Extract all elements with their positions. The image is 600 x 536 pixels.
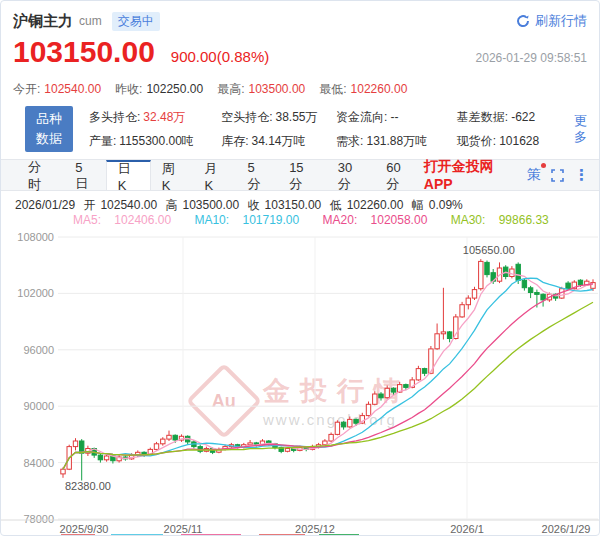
tab-5min[interactable]: 5分 (237, 160, 279, 190)
candle-body (154, 444, 158, 450)
kline-high: 103500.00 (182, 198, 239, 212)
ohlc-stats-row: 今开: 102540.00 昨收: 102250.00 最高: 103500.0… (1, 71, 599, 97)
refresh-quotes-button[interactable]: 刷新行情 (516, 12, 587, 30)
chart-area: Au 金投行情 www.cngold.org 10800010200096000… (1, 227, 599, 536)
open-app-link[interactable]: 打开金投网APP (424, 158, 517, 192)
candle-body (167, 435, 171, 439)
candlestick-chart[interactable]: 108000102000960009000084000780002025/9/3… (1, 227, 600, 536)
y-axis-tick-label: 102000 (17, 287, 54, 299)
candle-body (329, 434, 333, 441)
day-low-value: 102260.00 (351, 82, 408, 96)
candle-body (98, 455, 102, 460)
ma30-legend: MA30: 99866.33 (451, 213, 559, 227)
candle-body (391, 388, 395, 392)
kline-open-label: 开 (83, 198, 95, 212)
candle-body (435, 334, 439, 349)
tab-60min[interactable]: 60分 (375, 160, 424, 190)
x-axis-tick-label: 2025/11 (164, 523, 203, 535)
ma20-legend: MA20: 102058.00 (323, 213, 438, 227)
capital-flow-cell: 资金流向:-- (336, 109, 457, 126)
candle-body (80, 441, 84, 453)
candle-body (528, 288, 532, 293)
candle-body (341, 422, 345, 427)
candle-body (366, 404, 370, 415)
y-axis-tick-label: 84000 (23, 457, 54, 469)
candle-body (404, 385, 408, 388)
kline-close-label: 收 (248, 198, 260, 212)
x-axis-tick-label: 2025/12 (295, 523, 335, 535)
more-link[interactable]: 更多 (574, 113, 589, 145)
kline-range-label: 幅 (412, 198, 424, 212)
ma5-legend: MA5: 102406.00 (73, 213, 181, 227)
tab-daily-k[interactable]: 日K (106, 160, 151, 190)
y-axis-tick-label: 78000 (23, 513, 54, 525)
day-low-label: 最低: (319, 81, 346, 98)
candle-body (535, 293, 539, 295)
candle-body (466, 298, 470, 305)
y-axis-tick-label: 108000 (17, 231, 54, 243)
candle-body (173, 435, 177, 440)
chart-period-tabs: 分时 5日 日K 周K 月K 5分 15分 30分 60分 打开金投网APP 策… (1, 159, 599, 191)
refresh-icon (516, 14, 530, 28)
candle-body (422, 369, 426, 374)
candle-body (379, 394, 383, 398)
ma10-legend: MA10: 101719.00 (194, 213, 309, 227)
x-axis-tick-label: 2026/1 (450, 523, 484, 535)
instrument-title: 沪铜主力 (13, 12, 73, 31)
high-annotation: 105650.00 (463, 244, 515, 256)
candle-body (485, 262, 489, 274)
candle-body (479, 261, 483, 288)
tab-15min[interactable]: 15分 (278, 160, 327, 190)
long-position-cell: 多头持仓:32.48万 (89, 109, 221, 126)
candle-body (354, 419, 358, 423)
candle-body (472, 290, 476, 299)
tab-minute[interactable]: 分时 (17, 160, 64, 190)
kline-low-label: 低 (330, 198, 342, 212)
y-axis-tick-label: 90000 (23, 400, 54, 412)
prev-close-label: 昨收: (115, 81, 142, 98)
variety-data-panel: 品种数据 多头持仓:32.48万 空头持仓:38.55万 资金流向:-- 基差数… (1, 105, 599, 153)
candle-body (142, 452, 146, 454)
trading-status-badge: 交易中 (112, 12, 160, 31)
inventory-cell: 库存:34.14万吨 (221, 133, 336, 150)
kline-low: 102260.00 (347, 198, 404, 212)
candle-body (323, 441, 327, 445)
spot-price-cell: 现货价:101628 (457, 133, 566, 150)
candle-body (248, 443, 252, 445)
candle-body (373, 394, 377, 404)
candle-body (161, 439, 165, 444)
day-high-label: 最高: (217, 81, 244, 98)
tab-weekly-k[interactable]: 周K (151, 160, 194, 190)
tab-monthly-k[interactable]: 月K (194, 160, 237, 190)
candle-body (460, 305, 464, 317)
today-open-label: 今开: (13, 81, 40, 98)
price-change: 900.00(0.88%) (171, 48, 269, 65)
candle-body (541, 294, 545, 300)
candle-body (73, 441, 77, 447)
more-options-icon[interactable]: ⋮ (574, 166, 589, 184)
short-position-cell: 空头持仓:38.55万 (221, 109, 336, 126)
ma20-line (63, 284, 593, 469)
notification-dot (541, 163, 546, 168)
candle-body (510, 269, 514, 277)
candle-body (104, 456, 108, 460)
tab-30min[interactable]: 30分 (327, 160, 376, 190)
low-annotation: 82380.00 (65, 480, 111, 492)
tab-5day[interactable]: 5日 (64, 160, 106, 190)
demand-cell: 需求:131.88万吨 (336, 133, 457, 150)
ma-legend: MA5: 102406.00 MA10: 101719.00 MA20: 102… (1, 212, 599, 227)
candle-body (61, 469, 65, 474)
fullscreen-icon[interactable] (551, 169, 564, 182)
kline-close: 103150.00 (265, 198, 322, 212)
variety-data-title: 品种数据 (25, 106, 73, 152)
refresh-label: 刷新行情 (535, 12, 587, 30)
basis-data-cell: 基差数据:-622 (457, 109, 566, 126)
candle-body (416, 369, 420, 380)
candle-body (385, 388, 389, 397)
strategy-icon[interactable]: 策 (527, 166, 541, 184)
x-axis-tick-label: 2026/1/29 (542, 523, 591, 535)
candle-body (522, 280, 526, 288)
last-price: 103150.00 (13, 33, 155, 71)
candle-body (335, 422, 339, 434)
kline-high-label: 高 (165, 198, 177, 212)
